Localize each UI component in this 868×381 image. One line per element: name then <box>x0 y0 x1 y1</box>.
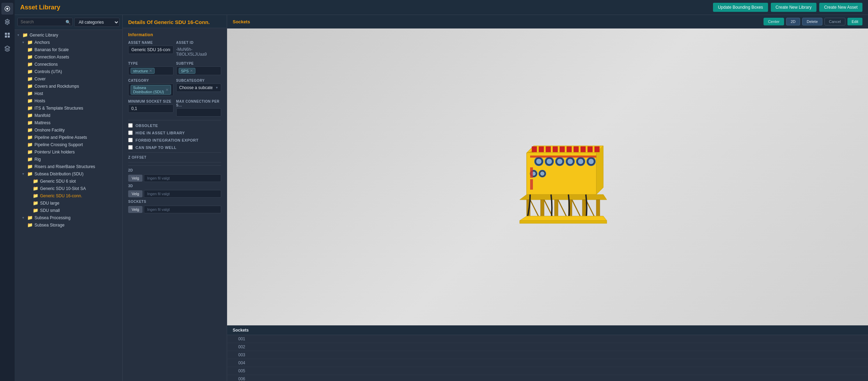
tree-item-sdu-6slot[interactable]: 📁Generic SDU 6 slot <box>15 177 122 185</box>
type-field: TYPE structure ✕ <box>128 62 173 75</box>
search-input[interactable] <box>17 18 73 26</box>
mattress-label: Mattress <box>34 120 119 125</box>
min-socket-field: MINIMUM SOCKET SIZE <box>128 100 173 117</box>
socket-row[interactable]: 002 <box>227 343 868 351</box>
update-bounding-boxes-button[interactable]: Update Bounding Boxes <box>713 3 768 12</box>
tree-item-onshore-facility[interactable]: 📁Onshore Facility <box>15 126 122 134</box>
tree-item-sdu[interactable]: ▾📁Subsea Distribution (SDU) <box>15 170 122 177</box>
tree-item-bananas[interactable]: 📁Bananas for Scale <box>15 46 122 53</box>
section-2d-label: 2D <box>128 168 221 172</box>
category-tag-remove[interactable]: ✕ <box>165 88 169 92</box>
controls-folder-icon: 📁 <box>27 69 33 74</box>
type-tag-remove[interactable]: ✕ <box>149 69 152 73</box>
tree-item-risers[interactable]: 📁Risers and RiserBase Structures <box>15 163 122 170</box>
tree-item-controls[interactable]: 📁Controls (UTA) <box>15 68 122 75</box>
create-new-asset-button[interactable]: Create New Asset <box>819 3 862 12</box>
sdu-3d-model <box>478 125 617 229</box>
root-expand-icon: ▾ <box>17 33 22 37</box>
tree-item-host[interactable]: 📁Host <box>15 90 122 97</box>
forbid-checkbox[interactable] <box>128 138 133 142</box>
header: Asset Library Update Bounding Boxes Crea… <box>15 0 868 15</box>
tree-item-sdu-16conn[interactable]: 📁Generic SDU 16-conn. <box>15 192 122 199</box>
onshore-facility-folder-icon: 📁 <box>27 127 33 133</box>
subtype-tag-remove[interactable]: ✕ <box>190 69 193 73</box>
tree-item-hosts[interactable]: 📁Hosts <box>15 97 122 104</box>
tree-items-container: ▾📁Anchors 📁Bananas for Scale 📁Connection… <box>15 39 122 229</box>
socket-row[interactable]: 006 <box>227 375 868 381</box>
divider-z <box>128 162 221 162</box>
svg-rect-4 <box>5 35 7 38</box>
edit-button[interactable]: Edit <box>847 18 862 25</box>
socket-row[interactable]: 003 <box>227 351 868 359</box>
tree-item-covers-rockdumps[interactable]: 📁Covers and Rockdumps <box>15 82 122 90</box>
subcategory-label: SUBCATEGORY <box>176 79 222 82</box>
connection-assets-folder-icon: 📁 <box>27 54 33 59</box>
tree-item-rig[interactable]: 📁Rig <box>15 156 122 163</box>
svg-point-23 <box>547 159 552 164</box>
snap-checkbox[interactable] <box>128 145 133 150</box>
tree-item-sdu-10slot[interactable]: 📁Generic SDU 10-Slot SA <box>15 185 122 192</box>
sdu-small-folder-icon: 📁 <box>33 208 38 213</box>
socket-row[interactable]: 005 <box>227 367 868 375</box>
information-section-title: Information <box>128 32 221 37</box>
tree-item-manifold[interactable]: 📁Manifold <box>15 112 122 119</box>
socket-row[interactable]: 004 <box>227 359 868 367</box>
pointers-folder-icon: 📁 <box>27 149 33 154</box>
rig-folder-icon: 📁 <box>27 157 33 162</box>
tree-item-anchors[interactable]: ▾📁Anchors <box>15 39 122 46</box>
subcategory-select[interactable]: Choose a subcategory <box>176 84 222 92</box>
tree-item-connection-assets[interactable]: 📁Connection Assets <box>15 53 122 61</box>
svg-rect-18 <box>588 146 592 152</box>
sdu-folder-icon: 📁 <box>27 171 33 176</box>
tree-item-pipeline[interactable]: 📁Pipeline and Pipeline Assets <box>15 134 122 141</box>
anchors-folder-icon: 📁 <box>27 40 33 45</box>
tree-item-pointers[interactable]: 📁Pointers/ Link holders <box>15 148 122 156</box>
min-socket-input[interactable] <box>128 104 173 113</box>
tree-item-its-template[interactable]: 📁ITS & Template Structures <box>15 104 122 112</box>
tree-item-subsea-storage[interactable]: 📁Subsea Storage <box>15 221 122 229</box>
create-new-library-button[interactable]: Create New Library <box>771 3 816 12</box>
upload-3d-button[interactable]: Velg <box>128 190 142 197</box>
center-button[interactable]: Center <box>764 18 784 25</box>
svg-rect-3 <box>8 33 10 35</box>
tree-item-sdu-small[interactable]: 📁SDU small <box>15 207 122 214</box>
asset-name-input[interactable] <box>128 46 173 54</box>
svg-rect-15 <box>567 146 572 152</box>
hide-checkbox[interactable] <box>128 130 133 135</box>
socket-connection-group: MINIMUM SOCKET SIZE MAX CONNECTION PER S… <box>128 100 221 117</box>
anchors-label: Anchors <box>34 40 119 45</box>
tree-item-pipeline-crossing[interactable]: 📁Pipeline Crossing Support <box>15 141 122 148</box>
tree-item-connections[interactable]: 📁Connections <box>15 61 122 68</box>
upload-2d-button[interactable]: Velg <box>128 175 142 182</box>
grid-icon-btn[interactable] <box>1 29 13 41</box>
category-select[interactable]: All categories <box>74 18 119 27</box>
2d-button[interactable]: 2D <box>786 18 800 25</box>
tree-item-cover[interactable]: 📁Cover <box>15 75 122 82</box>
svg-rect-38 <box>530 179 533 190</box>
controls-label: Controls (UTA) <box>34 69 119 74</box>
svg-point-21 <box>536 159 542 164</box>
tree-root[interactable]: ▾ 📁 Generic Library <box>15 31 122 39</box>
tree-item-sdu-large[interactable]: 📁SDU large <box>15 199 122 207</box>
delete-button[interactable]: Delete <box>802 18 822 25</box>
file-sockets-name: Ingen fil valgt <box>144 206 221 213</box>
tree-item-subsea-processing[interactable]: ▾📁Subsea Processing <box>15 214 122 221</box>
settings-icon-btn[interactable] <box>1 16 13 28</box>
home-icon-btn[interactable] <box>1 3 13 15</box>
forbid-label: FORBID INTEGRATION EXPORT <box>135 138 199 142</box>
sdu-expand-icon: ▾ <box>22 172 27 176</box>
details-header: Details Of Generic SDU 16-Conn. <box>123 15 227 28</box>
viewer-actions: Center 2D Delete Cancel Edit <box>764 18 862 25</box>
obsolete-checkbox[interactable] <box>128 123 133 128</box>
sdu-label: Subsea Distribution (SDU) <box>34 172 119 176</box>
content-row: 🔍 All categories ▾ 📁 Generic Library ▾📁A… <box>15 15 868 381</box>
max-connection-input[interactable] <box>176 108 222 117</box>
connections-label: Connections <box>34 62 119 67</box>
sockets-table-header: Sockets <box>227 326 868 335</box>
upload-sockets-button[interactable]: Velg <box>128 206 142 213</box>
cancel-button[interactable]: Cancel <box>824 18 845 25</box>
root-folder-icon: 📁 <box>22 32 28 38</box>
tree-item-mattress[interactable]: 📁Mattress <box>15 119 122 126</box>
layers-icon-btn[interactable] <box>1 42 13 54</box>
socket-row[interactable]: 001 <box>227 335 868 343</box>
